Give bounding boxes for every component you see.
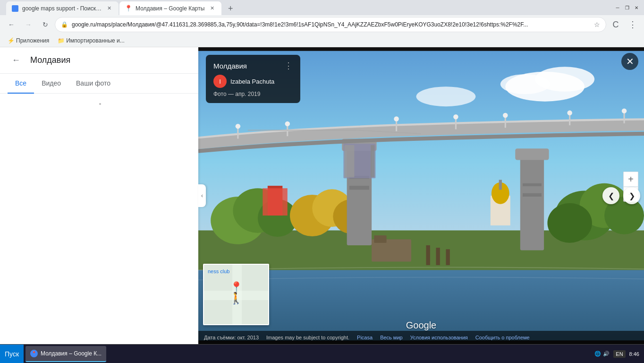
svg-rect-32 [523, 183, 542, 186]
system-tray-icons: 🌐 🔊 [594, 351, 610, 357]
terms-link[interactable]: Условия использования [410, 335, 468, 340]
tab-close-maps[interactable]: ✕ [208, 5, 216, 12]
user-name: Izabela Pachuta [230, 78, 274, 85]
sidebar-tab-my-photos[interactable]: Ваши фото [68, 74, 118, 94]
tab-label-support: google maps support - Поиск в Goo... [22, 5, 102, 12]
svg-rect-50 [374, 235, 386, 243]
windows-taskbar: Пуск 📍 Молдавия – Google К... 🌐 🔊 EN 8:4… [0, 344, 644, 363]
tab-close-support[interactable]: ✕ [105, 5, 113, 12]
svg-point-38 [394, 116, 398, 121]
photo-next-button[interactable]: ❯ [623, 187, 640, 204]
world-link[interactable]: Весь мир [380, 335, 403, 340]
omnibar[interactable]: 🔒 google.ru/maps/place/Молдавия/@47.4116… [55, 17, 606, 32]
new-tab-button[interactable]: + [224, 2, 237, 15]
svg-rect-53 [446, 249, 449, 265]
taskbar-maps-item[interactable]: 📍 Молдавия – Google К... [25, 346, 106, 362]
speaker-icon: 🔊 [603, 351, 610, 357]
photo-viewer-area: Молдавия ⋮ I Izabela Pachuta Фото — апр.… [198, 47, 644, 344]
taskbar-maps-icon: 📍 [30, 350, 38, 357]
report-link[interactable]: Сообщить о проблеме [475, 335, 530, 340]
taskbar-items: 📍 Молдавия – Google К... [24, 346, 590, 362]
tab-label-maps: Молдавия – Google Карты [136, 5, 204, 12]
sidebar-tab-video[interactable]: Видео [34, 74, 68, 94]
photo-info-panel: Молдавия ⋮ I Izabela Pachuta Фото — апр.… [206, 55, 300, 103]
svg-point-9 [547, 203, 592, 243]
forward-button: → [21, 17, 36, 32]
svg-point-36 [285, 121, 290, 126]
svg-rect-31 [523, 193, 542, 197]
sidebar-content [0, 94, 198, 344]
photo-date: Фото — апр. 2019 [213, 91, 293, 97]
svg-rect-30 [515, 148, 549, 160]
tab-favicon-maps: 📍 [125, 5, 132, 12]
photo-close-button[interactable]: ✕ [621, 53, 638, 70]
maps-sidebar: ← Молдавия Все Видео Ваши фото ‹ [0, 47, 198, 344]
window-controls: ─ ❐ ✕ [614, 4, 640, 11]
google-watermark: Google [406, 320, 437, 331]
svg-rect-28 [371, 145, 374, 177]
svg-rect-18 [263, 188, 287, 216]
photo-location-title: Молдавия [213, 62, 247, 70]
copyright-text: Images may be subject to copyright. [266, 335, 349, 340]
tab-favicon-google: G [12, 5, 18, 12]
photo-info-header: Молдавия ⋮ [213, 60, 293, 71]
title-bar: G google maps support - Поиск в Goo... ✕… [0, 0, 644, 15]
taskbar-maps-label: Молдавия – Google К... [41, 350, 102, 357]
mini-map-pin: 📍 🚶 [229, 281, 243, 305]
chrome-window: G google maps support - Поиск в Goo... ✕… [0, 0, 644, 344]
svg-point-40 [453, 114, 458, 119]
sidebar-title: Молдавия [30, 55, 191, 65]
start-button[interactable]: Пуск [0, 345, 24, 363]
security-lock-icon: 🔒 [61, 21, 68, 28]
svg-rect-52 [436, 248, 440, 265]
taskbar-time: 8:46 [629, 351, 639, 357]
taskbar-right: 🌐 🔊 EN 8:46 [590, 350, 644, 358]
svg-rect-51 [426, 245, 430, 265]
mini-map-inner: ness club 📍 🚶 [204, 265, 268, 324]
chrome-more-button[interactable]: ⋮ [625, 17, 640, 32]
svg-point-6 [416, 86, 476, 106]
bookmarks-bar: ⚡ Приложения 📁 Импортированные и... [0, 34, 644, 47]
omnibar-row: ← → ↻ 🔒 google.ru/maps/place/Молдавия/@4… [0, 15, 644, 34]
mini-map-label: ness club [208, 268, 229, 274]
tab-google-support[interactable]: G google maps support - Поиск в Goo... ✕ [6, 1, 119, 15]
bookmark-imported[interactable]: 📁 Импортированные и... [54, 36, 128, 45]
user-avatar: I [213, 75, 227, 88]
close-button[interactable]: ✕ [633, 4, 640, 11]
bookmark-apps[interactable]: ⚡ Приложения [4, 36, 53, 45]
photo-bottom-bar: Дата съёмки: окт. 2013 Images may be sub… [198, 331, 644, 344]
back-button[interactable]: ← [4, 17, 19, 32]
zoom-in-button[interactable]: + [623, 172, 638, 187]
svg-rect-21 [499, 180, 502, 190]
apps-grid-icon: ⚡ [8, 37, 14, 44]
language-indicator: EN [613, 350, 625, 358]
svg-point-46 [622, 108, 627, 113]
chrome-menu-button[interactable]: C [608, 17, 623, 32]
maximize-button[interactable]: ❐ [623, 4, 631, 11]
tab-maps[interactable]: 📍 Молдавия – Google Карты ✕ [119, 1, 222, 15]
sidebar-tabs: Все Видео Ваши фото [0, 74, 198, 94]
svg-rect-54 [198, 47, 644, 51]
minimize-button[interactable]: ─ [614, 4, 621, 11]
loading-dot [99, 103, 101, 105]
sidebar-back-button[interactable]: ← [8, 52, 25, 69]
photo-user-row: I Izabela Pachuta [213, 75, 293, 88]
picasa-link[interactable]: Picasa [357, 335, 373, 340]
photo-prev-button[interactable]: ❮ [602, 187, 619, 204]
sidebar-collapse-button[interactable]: ‹ [198, 184, 206, 207]
svg-point-44 [567, 111, 572, 115]
network-icon: 🌐 [594, 351, 601, 357]
photo-more-button[interactable]: ⋮ [284, 60, 293, 71]
svg-point-42 [503, 113, 508, 118]
capture-date-text: Дата съёмки: окт. 2013 [204, 335, 259, 340]
mini-map-thumbnail[interactable]: ness club 📍 🚶 [203, 264, 269, 325]
svg-point-34 [236, 124, 240, 129]
tabs-bar: G google maps support - Поиск в Goo... ✕… [4, 0, 239, 15]
bookmark-apps-label: Приложения [16, 37, 49, 44]
svg-rect-27 [344, 145, 354, 177]
refresh-button[interactable]: ↻ [38, 17, 53, 32]
sidebar-tab-all[interactable]: Все [8, 74, 34, 94]
bookmark-star-icon[interactable]: ☆ [594, 21, 600, 28]
svg-point-5 [500, 74, 550, 94]
sidebar-header: ← Молдавия [0, 47, 198, 74]
